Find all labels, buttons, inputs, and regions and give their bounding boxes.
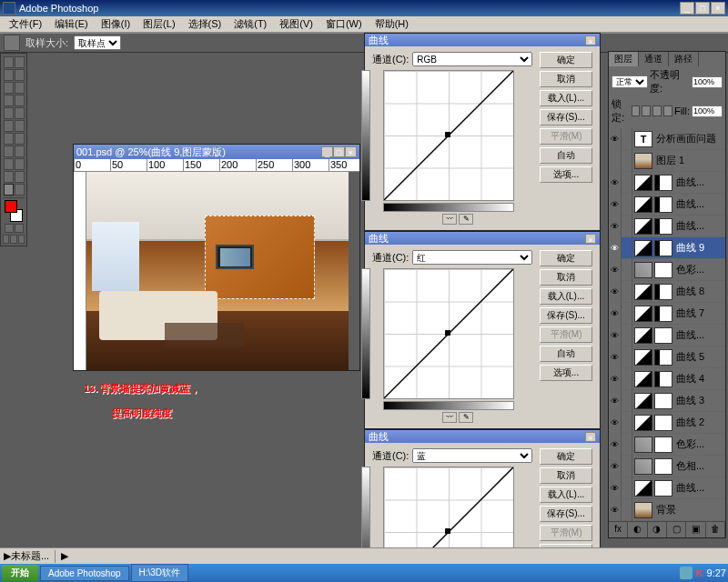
load-button[interactable]: 载入(L)... [540,487,592,503]
tab-paths[interactable]: 路径 [669,52,699,66]
layer-row[interactable]: 👁 曲线... [609,216,725,237]
layer-thumb[interactable] [634,480,652,497]
quickmask-mode[interactable] [15,224,24,233]
layer-row[interactable]: 👁 曲线 3 [609,390,725,412]
tool-preset-icon[interactable] [4,35,20,51]
options-button[interactable]: 选项... [540,365,592,381]
visibility-toggle[interactable]: 👁 [609,216,622,237]
menu-item[interactable]: 图像(I) [96,16,136,32]
layer-row[interactable]: 👁 曲线 2 [609,412,725,434]
fx-button[interactable]: fx [609,522,628,537]
tool[interactable] [15,69,25,81]
visibility-toggle[interactable]: 👁 [609,390,622,412]
visibility-toggle[interactable]: 👁 [609,172,622,194]
tool[interactable] [15,95,25,106]
maximize-button[interactable]: □ [695,2,710,15]
layer-thumb[interactable]: T [634,131,652,147]
layer-name[interactable]: 背景 [654,503,725,517]
layer-name[interactable]: 曲线 2 [674,416,725,429]
layer-row[interactable]: 👁 色相... [609,456,725,477]
layer-thumb[interactable] [634,502,652,518]
menu-item[interactable]: 文件(F) [4,16,47,32]
visibility-toggle[interactable]: 👁 [609,412,622,434]
menu-item[interactable]: 帮助(H) [369,16,414,32]
layer-row[interactable]: 👁 曲线 4 [609,368,725,390]
visibility-toggle[interactable] [609,150,622,172]
menu-item[interactable]: 选择(S) [183,16,228,32]
layer-row[interactable]: 👁 背景 [609,499,725,521]
taskbar-item[interactable]: Adobe Photoshop [40,566,129,581]
canvas[interactable] [86,172,349,370]
tool[interactable] [15,158,25,170]
tool[interactable] [15,56,25,68]
channel-select[interactable]: RGB [412,52,532,66]
options-button[interactable]: 选项... [540,166,592,183]
layer-thumb[interactable] [634,153,652,169]
auto-button[interactable]: 自动 [540,147,592,164]
curve-tool[interactable]: 〰 [442,214,457,225]
taskbar-item[interactable]: H:\3D软件 [131,564,189,582]
visibility-toggle[interactable]: 👁 [609,346,622,368]
visibility-toggle[interactable]: 👁 [609,368,622,390]
doc-minimize[interactable]: _ [321,146,333,157]
tool[interactable] [4,95,14,106]
layer-name[interactable]: 曲线 9 [674,241,725,255]
tool[interactable] [15,133,25,145]
layer-row[interactable]: 👁 曲线 5 [609,346,725,368]
layer-thumb[interactable] [634,175,652,191]
mask-button[interactable]: ◐ [628,522,647,537]
layer-name[interactable]: 曲线 5 [674,350,725,364]
mask-thumb[interactable] [654,218,672,235]
close-icon[interactable]: × [585,234,596,244]
tool[interactable] [4,171,14,183]
new-layer-button[interactable]: ▣ [686,522,705,537]
cancel-button[interactable]: 取消 [540,467,592,484]
layer-name[interactable]: 曲线 8 [674,285,725,298]
opacity-input[interactable] [692,76,723,88]
fill-input[interactable] [692,105,723,117]
curve-tool[interactable]: 〰 [442,412,457,423]
mask-thumb[interactable] [654,196,672,213]
mask-thumb[interactable] [654,371,672,387]
curve-graph[interactable] [383,70,514,201]
close-icon[interactable]: × [585,432,596,442]
visibility-toggle[interactable]: 👁 [609,237,622,259]
mask-thumb[interactable] [654,284,672,300]
color-swatches[interactable] [5,200,23,222]
visibility-toggle[interactable]: 👁 [609,303,622,325]
sample-select[interactable]: 取样点 [74,35,121,50]
layer-row[interactable]: 👁 曲线... [609,477,725,499]
channel-select[interactable]: 红 [412,250,532,265]
screen-mode[interactable] [3,235,9,244]
minimize-button[interactable]: _ [680,2,694,15]
visibility-toggle[interactable]: 👁 [609,259,622,281]
layer-thumb[interactable] [634,284,652,300]
ok-button[interactable]: 确定 [540,250,592,266]
layer-name[interactable]: 色彩... [674,263,725,276]
layer-thumb[interactable] [634,393,652,409]
tool[interactable] [15,171,25,183]
menu-item[interactable]: 视图(V) [274,16,318,32]
layer-row[interactable]: 图层 1 [609,150,725,172]
visibility-toggle[interactable]: 👁 [609,434,622,456]
tool[interactable] [15,82,25,94]
close-icon[interactable]: × [585,35,596,45]
tool[interactable] [4,82,14,94]
layer-name[interactable]: 曲线... [674,481,725,495]
layer-name[interactable]: 图层 1 [654,154,725,167]
lock-all-icon[interactable] [663,105,672,116]
menu-item[interactable]: 图层(L) [137,16,180,32]
visibility-toggle[interactable]: 👁 [609,128,622,150]
tool[interactable] [15,120,25,132]
tray-icon[interactable] [680,567,693,579]
adjust-button[interactable]: ◑ [648,522,667,537]
save-button[interactable]: 保存(S)... [540,307,592,324]
layer-thumb[interactable] [634,436,652,453]
layer-name[interactable]: 曲线 7 [674,306,725,320]
layer-name[interactable]: 色彩... [674,437,725,451]
layer-thumb[interactable] [634,196,652,213]
layer-row[interactable]: 👁 色彩... [609,434,725,456]
doc-titlebar[interactable]: 001.psd @ 25%(曲线 9,图层蒙版) _ □ × [74,145,359,159]
close-button[interactable]: × [711,2,725,15]
layer-thumb[interactable] [634,306,652,322]
